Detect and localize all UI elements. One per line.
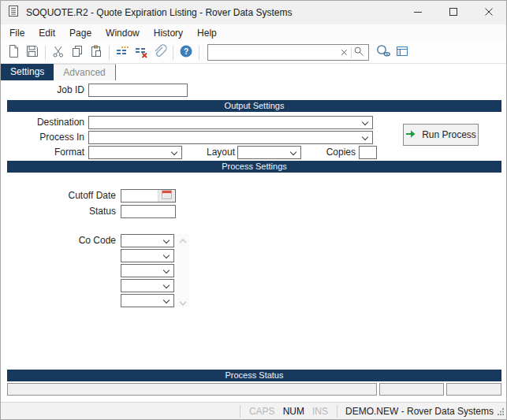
- close-icon: [484, 7, 494, 19]
- clear-search-button[interactable]: [337, 46, 351, 60]
- maximize-icon: [449, 7, 458, 19]
- tab-advanced[interactable]: Advanced: [54, 64, 115, 80]
- co-code-select-2[interactable]: [121, 249, 174, 262]
- destination-label: Destination: [1, 116, 84, 129]
- copies-input[interactable]: [359, 146, 377, 159]
- paste-icon: [89, 44, 103, 61]
- co-code-label: Co Code: [1, 234, 116, 247]
- job-id-input[interactable]: [88, 84, 188, 97]
- search-button[interactable]: [352, 46, 366, 60]
- process-settings-header: Process Settings: [7, 161, 501, 173]
- format-select[interactable]: [88, 146, 182, 159]
- layout-button[interactable]: [393, 43, 412, 62]
- co-code-scrollbar: [177, 234, 189, 307]
- copy-icon: [70, 44, 84, 61]
- delete-detail-button[interactable]: [132, 43, 151, 62]
- menu-window[interactable]: Window: [99, 25, 147, 41]
- scroll-up-button[interactable]: [177, 234, 189, 245]
- process-in-label: Process In: [1, 131, 84, 144]
- svg-text:?: ?: [184, 47, 188, 56]
- statusbar-separator: [240, 405, 240, 418]
- help-icon: ?: [179, 44, 193, 61]
- layout-label: Layout: [182, 146, 235, 159]
- cut-icon: [51, 44, 65, 61]
- add-detail-icon: [115, 44, 129, 61]
- search-input[interactable]: [211, 47, 337, 58]
- process-status-box-3: [446, 383, 501, 396]
- search-box: [207, 44, 369, 61]
- menu-edit[interactable]: Edit: [32, 25, 62, 41]
- co-code-select-1[interactable]: [121, 234, 174, 247]
- menu-file[interactable]: File: [2, 25, 32, 41]
- menu-history[interactable]: History: [147, 25, 190, 41]
- destination-select[interactable]: [88, 116, 373, 129]
- toolbar: ?: [1, 42, 506, 64]
- find-preview-icon: [375, 44, 391, 61]
- close-button[interactable]: [471, 1, 506, 24]
- process-status-header: Process Status: [7, 370, 501, 381]
- num-indicator: NUM: [283, 406, 304, 417]
- toolbar-separator: [199, 46, 199, 60]
- help-button[interactable]: ?: [177, 43, 196, 62]
- new-icon: [6, 44, 21, 61]
- process-in-select[interactable]: [88, 131, 373, 144]
- document-icon: [7, 5, 20, 20]
- find-preview-button[interactable]: [374, 43, 393, 62]
- scroll-down-button[interactable]: [177, 296, 189, 307]
- copies-label: Copies: [300, 146, 356, 159]
- attach-button[interactable]: [151, 43, 170, 62]
- run-process-label: Run Process: [422, 129, 476, 140]
- attach-icon: [153, 44, 167, 61]
- delete-detail-icon: [134, 44, 148, 61]
- format-label: Format: [1, 146, 84, 159]
- session-info: DEMO.NEW - Rover Data Systems: [345, 406, 494, 417]
- minimize-icon: [413, 7, 423, 19]
- search-icon: [353, 46, 364, 59]
- save-button[interactable]: [23, 43, 42, 62]
- scroll-down-icon: [179, 296, 187, 308]
- output-settings-header: Output Settings: [7, 100, 501, 112]
- job-id-label: Job ID: [1, 84, 84, 97]
- process-status-message-box: [7, 383, 377, 396]
- tab-settings[interactable]: Settings: [1, 64, 54, 80]
- toolbar-separator: [109, 46, 110, 60]
- add-detail-button[interactable]: [113, 43, 132, 62]
- clear-search-icon: [341, 46, 348, 58]
- co-code-select-5[interactable]: [121, 294, 174, 307]
- menu-help[interactable]: Help: [190, 25, 224, 41]
- status-bar: CAPS NUM INS DEMO.NEW - Rover Data Syste…: [1, 402, 506, 419]
- status-input[interactable]: [121, 205, 176, 218]
- toolbar-separator: [45, 46, 46, 60]
- co-code-select-4[interactable]: [121, 279, 174, 292]
- resize-grip[interactable]: [497, 407, 505, 418]
- scroll-up-icon: [179, 234, 187, 246]
- co-code-select-3[interactable]: [121, 264, 174, 277]
- maximize-button[interactable]: [435, 1, 471, 24]
- new-button[interactable]: [4, 43, 23, 62]
- title-bar: SOQUOTE.R2 - Quote Expiration Listing - …: [1, 1, 506, 24]
- cutoff-date-label: Cutoff Date: [1, 189, 116, 203]
- cutoff-date-input[interactable]: [121, 190, 158, 202]
- app-window: SOQUOTE.R2 - Quote Expiration Listing - …: [0, 0, 507, 420]
- run-process-button[interactable]: Run Process: [403, 124, 479, 146]
- caps-indicator: CAPS: [249, 406, 275, 417]
- calendar-icon: [162, 190, 172, 202]
- cutoff-date-field: [121, 189, 176, 203]
- statusbar-separator: [337, 405, 337, 418]
- status-label: Status: [1, 205, 116, 218]
- process-status-box-2: [379, 383, 444, 396]
- cut-button[interactable]: [49, 43, 68, 62]
- window-title: SOQUOTE.R2 - Quote Expiration Listing - …: [26, 7, 292, 18]
- run-arrow-icon: [405, 129, 416, 141]
- menu-page[interactable]: Page: [62, 25, 99, 41]
- tab-strip: Settings Advanced: [1, 64, 506, 80]
- toolbar-separator: [173, 46, 173, 60]
- layout-select[interactable]: [237, 146, 301, 159]
- copy-button[interactable]: [68, 43, 87, 62]
- minimize-button[interactable]: [400, 1, 435, 24]
- layout-icon: [395, 44, 409, 61]
- calendar-button[interactable]: [158, 190, 175, 202]
- menu-bar: File Edit Page Window History Help: [1, 24, 506, 42]
- paste-button[interactable]: [87, 43, 106, 62]
- save-icon: [25, 44, 39, 61]
